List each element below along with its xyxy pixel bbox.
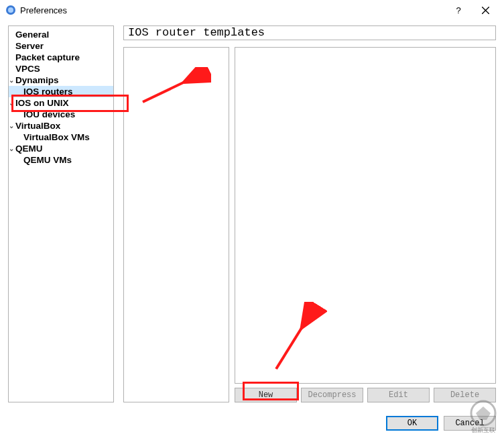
ok-button[interactable]: OK xyxy=(386,416,438,431)
sidebar: GeneralServerPacket captureVPCS⌄Dynamips… xyxy=(8,25,114,402)
svg-point-1 xyxy=(8,7,13,13)
new-button[interactable]: New xyxy=(235,388,297,402)
panels: New Decompress Edit Delete xyxy=(123,47,496,402)
chevron-down-icon: ⌄ xyxy=(9,122,15,129)
sidebar-item-dynamips[interactable]: ⌄Dynamips xyxy=(9,74,113,86)
sidebar-item-label: VirtualBox xyxy=(15,121,60,131)
sidebar-item-label: IOS routers xyxy=(23,87,73,97)
sidebar-item-label: Dynamips xyxy=(15,75,59,85)
sidebar-item-label: IOU devices xyxy=(23,109,75,119)
sidebar-item-vpcs[interactable]: VPCS xyxy=(9,63,113,74)
sidebar-item-label: VirtualBox VMs xyxy=(23,132,90,142)
sidebar-item-label: VPCS xyxy=(15,64,40,74)
sidebar-item-server[interactable]: Server xyxy=(9,40,113,52)
main-title: IOS router templates xyxy=(123,25,496,40)
main-panel: IOS router templates New Decompress Edit… xyxy=(123,25,496,402)
template-detail xyxy=(235,47,496,384)
sidebar-item-virtualbox[interactable]: ⌄VirtualBox xyxy=(9,120,113,131)
sidebar-item-packet-capture[interactable]: Packet capture xyxy=(9,52,113,63)
sidebar-item-iou-devices[interactable]: IOU devices xyxy=(9,109,113,120)
sidebar-item-ios-routers[interactable]: IOS routers xyxy=(9,86,113,97)
app-icon xyxy=(5,5,16,15)
sidebar-item-label: QEMU VMs xyxy=(23,155,72,165)
sidebar-item-label: QEMU xyxy=(15,144,43,154)
sidebar-item-general[interactable]: General xyxy=(9,29,113,40)
sidebar-item-label: Packet capture xyxy=(15,52,80,62)
close-icon[interactable] xyxy=(472,0,499,20)
content: GeneralServerPacket captureVPCS⌄Dynamips… xyxy=(8,25,496,402)
cancel-button[interactable]: Cancel xyxy=(444,416,496,431)
chevron-down-icon: ⌄ xyxy=(9,99,15,107)
titlebar: Preferences ? xyxy=(0,0,504,20)
delete-button[interactable]: Delete xyxy=(434,388,496,402)
sidebar-item-virtualbox-vms[interactable]: VirtualBox VMs xyxy=(9,131,113,143)
sidebar-item-label: IOS on UNIX xyxy=(15,98,69,108)
sidebar-item-qemu[interactable]: ⌄QEMU xyxy=(9,143,113,154)
decompress-button[interactable]: Decompress xyxy=(301,388,363,402)
sidebar-item-qemu-vms[interactable]: QEMU VMs xyxy=(9,154,113,166)
template-detail-column: New Decompress Edit Delete xyxy=(235,47,496,402)
template-button-row: New Decompress Edit Delete xyxy=(235,388,496,402)
template-list[interactable] xyxy=(123,47,229,402)
chevron-down-icon: ⌄ xyxy=(9,145,15,152)
sidebar-item-label: General xyxy=(15,30,49,40)
sidebar-item-ios-on-unix[interactable]: ⌄IOS on UNIX xyxy=(9,97,113,109)
chevron-down-icon: ⌄ xyxy=(9,76,15,84)
sidebar-item-label: Server xyxy=(15,41,44,51)
dialog-footer: OK Cancel xyxy=(386,416,496,431)
window-title: Preferences xyxy=(20,5,67,15)
help-icon[interactable]: ? xyxy=(445,0,472,20)
edit-button[interactable]: Edit xyxy=(367,388,430,402)
